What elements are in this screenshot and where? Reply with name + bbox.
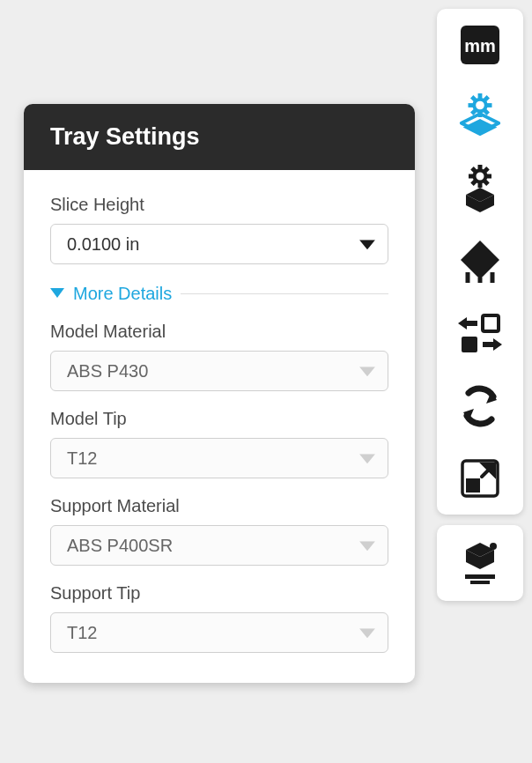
model-tip-label: Model Tip: [50, 409, 388, 429]
part-settings-button[interactable]: [456, 166, 504, 213]
swap-button[interactable]: [456, 310, 504, 358]
svg-rect-30: [462, 337, 477, 352]
rotate-icon: [458, 384, 502, 428]
svg-rect-8: [487, 103, 492, 107]
svg-rect-45: [465, 574, 495, 579]
svg-rect-32: [465, 321, 477, 326]
chevron-down-icon: [359, 541, 375, 552]
svg-marker-47: [359, 240, 375, 249]
svg-point-44: [490, 543, 497, 550]
svg-rect-34: [483, 342, 495, 347]
svg-point-16: [475, 171, 486, 182]
slice-height-value: 0.0100 in: [67, 234, 139, 255]
svg-rect-20: [487, 174, 492, 179]
part-settings-icon: [457, 165, 503, 214]
supports-icon: [457, 239, 503, 285]
support-tip-label: Support Tip: [50, 583, 388, 604]
svg-marker-48: [50, 288, 64, 298]
units-icon: mm: [458, 23, 502, 67]
chevron-down-icon: [50, 286, 64, 302]
svg-marker-52: [359, 628, 375, 638]
toolbar-rail-secondary: [437, 525, 523, 601]
supports-button[interactable]: [456, 238, 504, 285]
scale-button[interactable]: [456, 455, 504, 502]
svg-point-4: [474, 100, 486, 112]
slice-height-label: Slice Height: [50, 195, 388, 215]
print-button[interactable]: [456, 539, 504, 587]
svg-marker-49: [359, 367, 375, 376]
swap-icon: [456, 314, 504, 354]
panel-title: Tray Settings: [24, 104, 415, 170]
svg-text:mm: mm: [464, 36, 496, 56]
tray-settings-panel: Tray Settings Slice Height 0.0100 in Mor…: [24, 104, 415, 683]
units-button[interactable]: mm: [456, 21, 504, 69]
svg-rect-5: [478, 93, 483, 99]
toolbar-rail: mm: [437, 9, 523, 601]
svg-marker-50: [359, 454, 375, 463]
panel-body: Slice Height 0.0100 in More Details Mode…: [24, 170, 415, 683]
chevron-down-icon: [359, 240, 375, 250]
tray-settings-icon: [456, 93, 504, 142]
svg-rect-17: [478, 165, 483, 170]
support-tip-select[interactable]: T12: [50, 612, 388, 653]
svg-rect-38: [466, 478, 480, 493]
model-material-select[interactable]: ABS P430: [50, 351, 388, 391]
svg-rect-6: [478, 112, 483, 117]
model-tip-select[interactable]: T12: [50, 438, 388, 478]
support-material-select[interactable]: ABS P400SR: [50, 525, 388, 566]
model-material-label: Model Material: [50, 322, 388, 342]
support-tip-value: T12: [67, 623, 97, 643]
toolbar-rail-main: mm: [437, 9, 523, 515]
more-details-toggle[interactable]: More Details: [50, 284, 388, 304]
svg-rect-18: [478, 183, 483, 189]
model-tip-value: T12: [67, 448, 97, 469]
support-material-value: ABS P400SR: [67, 536, 173, 556]
svg-marker-51: [359, 541, 375, 551]
chevron-down-icon: [359, 454, 375, 464]
chevron-down-icon: [359, 367, 375, 377]
chevron-down-icon: [359, 628, 375, 639]
scale-icon: [459, 457, 501, 500]
rotate-button[interactable]: [456, 382, 504, 430]
divider: [181, 293, 388, 294]
model-material-value: ABS P430: [67, 361, 148, 382]
svg-rect-29: [483, 315, 499, 331]
svg-rect-7: [469, 103, 474, 107]
support-material-label: Support Material: [50, 496, 388, 516]
more-details-label: More Details: [73, 284, 172, 304]
slice-height-select[interactable]: 0.0100 in: [50, 224, 388, 264]
tray-settings-button[interactable]: [456, 93, 504, 141]
svg-rect-46: [470, 581, 490, 584]
svg-rect-19: [469, 174, 474, 179]
print-icon: [458, 541, 502, 585]
